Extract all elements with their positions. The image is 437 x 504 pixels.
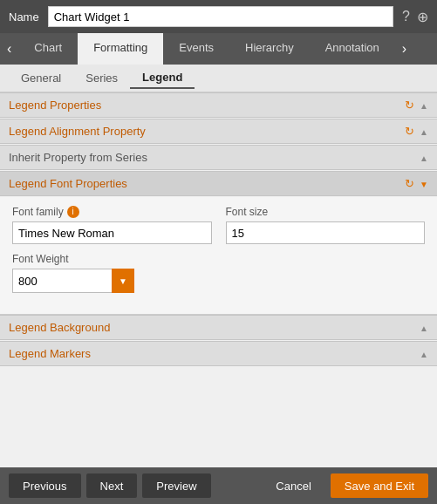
font-weight-label: Font Weight [12, 253, 425, 265]
tab-prev-btn[interactable]: ‹ [0, 33, 18, 65]
section-legend-properties-icons: ↻ [405, 99, 428, 112]
tab-annotation[interactable]: Annotation [310, 33, 395, 65]
chevron-inherit[interactable] [420, 151, 428, 164]
section-legend-properties-title: Legend Properties [9, 99, 101, 112]
tab-events[interactable]: Events [163, 33, 229, 65]
chevron-legend-align[interactable] [420, 125, 428, 138]
sub-tab-bar: General Series Legend [0, 65, 437, 92]
section-legend-background-title: Legend Background [9, 321, 110, 334]
section-legend-background-icons [420, 321, 428, 334]
section-inherit-icons [420, 151, 428, 164]
chevron-legend-font[interactable] [420, 177, 428, 190]
save-exit-button[interactable]: Save and Exit [331, 473, 428, 498]
section-legend-background[interactable]: Legend Background [0, 315, 437, 340]
content-area: Legend Properties ↻ Legend Alignment Pro… [0, 92, 437, 467]
section-legend-markers[interactable]: Legend Markers [0, 341, 437, 366]
refresh-icon-legend-props[interactable]: ↻ [405, 99, 414, 112]
chevron-legend-props[interactable] [420, 99, 428, 112]
section-legend-properties[interactable]: Legend Properties ↻ [0, 92, 437, 118]
subtab-series[interactable]: Series [73, 68, 130, 88]
font-family-group: Font family i [12, 206, 212, 244]
tab-hierarchy[interactable]: Hierarchy [229, 33, 310, 65]
header: Name ? ⊕ [0, 0, 437, 33]
tab-next-btn[interactable]: › [395, 33, 413, 65]
section-legend-alignment-icons: ↻ [405, 125, 428, 138]
chevron-legend-markers[interactable] [420, 347, 428, 360]
top-tab-bar: ‹ Chart Formatting Events Hierarchy Anno… [0, 33, 437, 65]
font-weight-select-wrapper: 100 200 300 400 500 600 700 800 900 [12, 269, 134, 293]
previous-button[interactable]: Previous [9, 473, 81, 498]
tab-chart[interactable]: Chart [18, 33, 78, 65]
subtab-legend[interactable]: Legend [130, 67, 195, 89]
header-icons: ? ⊕ [402, 9, 428, 25]
section-legend-font[interactable]: Legend Font Properties ↻ [0, 171, 437, 196]
section-legend-markers-title: Legend Markers [9, 347, 91, 360]
font-weight-group: Font Weight 100 200 300 400 500 600 700 … [12, 253, 425, 293]
widget-name-input[interactable] [48, 6, 393, 27]
font-family-label: Font family i [12, 206, 212, 218]
font-family-size-row: Font family i Font size [12, 206, 425, 244]
section-legend-markers-icons [420, 347, 428, 360]
help-icon[interactable]: ? [402, 9, 410, 25]
font-family-input[interactable] [12, 221, 212, 244]
section-legend-alignment-title: Legend Alignment Property [9, 125, 146, 138]
footer: Previous Next Preview Cancel Save and Ex… [0, 467, 437, 504]
preview-button[interactable]: Preview [142, 473, 210, 498]
font-size-input[interactable] [226, 221, 426, 244]
section-legend-alignment[interactable]: Legend Alignment Property ↻ [0, 119, 437, 144]
section-legend-font-title: Legend Font Properties [9, 177, 127, 190]
move-icon[interactable]: ⊕ [417, 9, 428, 25]
section-inherit-property[interactable]: Inherit Property from Series [0, 145, 437, 170]
next-button[interactable]: Next [86, 473, 138, 498]
font-weight-row: Font Weight 100 200 300 400 500 600 700 … [12, 253, 425, 293]
name-label: Name [9, 10, 39, 24]
legend-font-content: Font family i Font size Font Weight 1 [0, 197, 437, 315]
font-family-info-icon[interactable]: i [67, 206, 79, 218]
cancel-button[interactable]: Cancel [262, 473, 324, 498]
font-weight-select[interactable]: 100 200 300 400 500 600 700 800 900 [12, 269, 134, 293]
chevron-legend-background[interactable] [420, 321, 428, 334]
font-size-group: Font size [226, 206, 426, 244]
subtab-general[interactable]: General [9, 68, 73, 88]
refresh-icon-legend-align[interactable]: ↻ [405, 125, 414, 138]
font-size-label: Font size [226, 206, 426, 218]
section-inherit-title: Inherit Property from Series [9, 151, 147, 164]
section-legend-font-icons: ↻ [405, 177, 428, 190]
refresh-icon-legend-font[interactable]: ↻ [405, 177, 414, 190]
tab-formatting[interactable]: Formatting [78, 33, 163, 65]
